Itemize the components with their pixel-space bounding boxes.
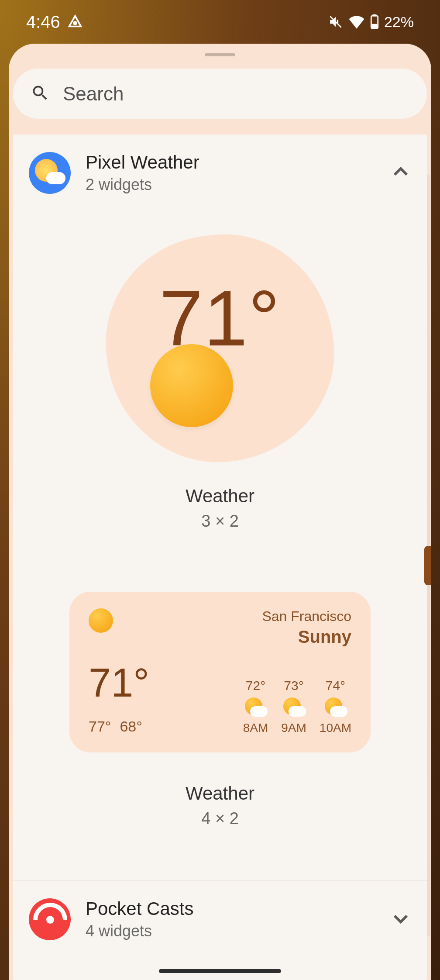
svg-rect-3 — [373, 14, 376, 16]
widget-list[interactable]: Pixel Weather 2 widgets 71° Weather 3 × … — [13, 135, 427, 980]
hour-forecast-item: 72° 8AM — [243, 678, 268, 735]
partly-cloudy-icon — [323, 697, 347, 717]
section-title: Pixel Weather — [86, 152, 375, 173]
hour-temp: 73° — [284, 678, 303, 693]
search-box[interactable]: Search — [13, 69, 427, 119]
status-time: 4:46 — [26, 12, 60, 32]
drag-handle[interactable] — [205, 53, 235, 56]
hourly-forecast: 72° 8AM 73° 9AM 74° 10AM — [243, 678, 351, 735]
widget2-temperature: 71° — [89, 660, 149, 706]
search-icon — [31, 83, 50, 104]
hour-temp: 74° — [326, 678, 345, 693]
widget2-city: San Francisco — [262, 608, 351, 625]
mute-icon — [328, 14, 343, 29]
pocket-casts-app-icon — [29, 898, 71, 940]
hour-time: 9AM — [281, 721, 306, 735]
section-header-pocket-casts[interactable]: Pocket Casts 4 widgets — [13, 880, 427, 951]
weather-widget-preview-3x2[interactable]: 71° — [107, 235, 333, 462]
hour-forecast-item: 74° 10AM — [320, 678, 351, 735]
sun-icon — [89, 608, 113, 633]
section-header-pixel-weather[interactable]: Pixel Weather 2 widgets — [13, 135, 427, 204]
widget2-high: 77° — [89, 718, 111, 735]
search-placeholder: Search — [63, 83, 124, 105]
gesture-nav-bar[interactable] — [159, 969, 281, 973]
widget1-dimensions: 3 × 2 — [13, 512, 427, 531]
pixel-weather-app-icon — [29, 152, 71, 194]
status-bar: 4:46 22% — [0, 0, 440, 44]
section-title: Pocket Casts — [86, 898, 375, 919]
svg-point-0 — [74, 22, 76, 24]
widget2-name: Weather — [13, 783, 427, 804]
weather-widget-preview-4x2[interactable]: San Francisco Sunny 71° 77° 68° 72° — [69, 592, 371, 752]
hour-temp: 72° — [246, 678, 265, 693]
hour-time: 10AM — [320, 721, 351, 735]
sun-icon — [150, 344, 233, 427]
hour-time: 8AM — [243, 721, 268, 735]
scrollbar-thumb[interactable] — [424, 546, 431, 585]
battery-percent: 22% — [384, 14, 414, 31]
widget-picker-sheet: Search Pixel Weather 2 widgets 71° Weath… — [9, 44, 431, 980]
partly-cloudy-icon — [243, 697, 268, 717]
widget2-low: 68° — [120, 718, 142, 735]
wellbeing-icon — [67, 14, 83, 30]
partly-cloudy-icon — [282, 697, 306, 717]
widget2-condition: Sunny — [262, 627, 351, 647]
chevron-up-icon — [390, 162, 411, 184]
chevron-down-icon — [390, 908, 411, 931]
widget1-name: Weather — [13, 486, 427, 507]
section-subtitle: 2 widgets — [86, 176, 375, 194]
widget2-dimensions: 4 × 2 — [13, 809, 427, 828]
wifi-icon — [348, 15, 365, 29]
battery-icon — [370, 14, 379, 29]
svg-rect-4 — [372, 24, 377, 28]
section-subtitle: 4 widgets — [86, 922, 375, 940]
hour-forecast-item: 73° 9AM — [281, 678, 306, 735]
